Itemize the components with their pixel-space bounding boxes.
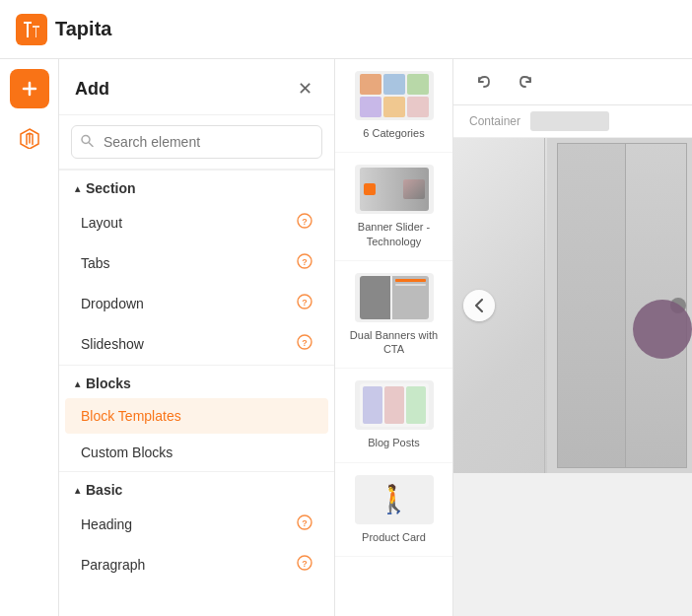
- magento-button[interactable]: [10, 118, 49, 158]
- block-templates-label: Block Templates: [81, 408, 181, 424]
- canvas-toolbar: [453, 59, 692, 105]
- svg-text:?: ?: [302, 298, 308, 308]
- add-panel-button[interactable]: [10, 69, 49, 108]
- top-bar: Tapita: [0, 0, 692, 59]
- heading-help-icon[interactable]: ?: [297, 514, 312, 534]
- canvas-area: Container: [453, 59, 692, 616]
- layout-help-icon[interactable]: ?: [297, 213, 312, 233]
- six-categories-thumb: [355, 71, 434, 120]
- svg-text:?: ?: [302, 518, 308, 528]
- template-blog-posts[interactable]: Blog Posts: [335, 369, 452, 462]
- paragraph-label: Paragraph: [81, 557, 145, 573]
- add-panel: Add ✕ ▴ Section: [59, 59, 335, 616]
- six-categories-label: 6 Categories: [363, 126, 424, 140]
- sidebar-item-tabs[interactable]: Tabs ?: [65, 243, 328, 283]
- svg-text:?: ?: [302, 257, 308, 267]
- svg-text:?: ?: [302, 338, 308, 348]
- container-placeholder: [530, 111, 609, 131]
- vertical-line: [544, 138, 545, 473]
- magento-icon: [19, 127, 40, 149]
- blog-posts-label: Blog Posts: [368, 436, 420, 449]
- chevron-left-icon: [474, 299, 484, 312]
- main-layout: Add ✕ ▴ Section: [0, 59, 692, 616]
- section-group-label: Section: [86, 180, 136, 196]
- section-arrow-icon: ▴: [75, 183, 80, 194]
- blocks-arrow-icon: ▴: [75, 378, 80, 389]
- basic-arrow-icon: ▴: [75, 485, 80, 496]
- panel-title: Add: [75, 79, 109, 100]
- close-icon: ✕: [298, 78, 312, 100]
- template-banner-slider[interactable]: Banner Slider - Technology: [335, 153, 452, 261]
- blog-posts-thumb: [355, 380, 434, 430]
- close-panel-button[interactable]: ✕: [291, 75, 318, 103]
- template-six-categories[interactable]: 6 Categories: [335, 59, 452, 153]
- dual-banners-label: Dual Banners with CTA: [343, 328, 445, 357]
- carousel-prev-button[interactable]: [463, 290, 495, 321]
- redo-button[interactable]: [511, 67, 540, 97]
- heading-label: Heading: [81, 516, 132, 532]
- dual-banners-thumb: [355, 273, 434, 322]
- tabs-label: Tabs: [81, 255, 110, 271]
- search-input[interactable]: [71, 125, 322, 159]
- template-product-card[interactable]: 🚶 Product Card: [335, 463, 452, 557]
- product-card-label: Product Card: [362, 530, 426, 544]
- icon-bar: [0, 59, 59, 616]
- sidebar-item-custom-blocks[interactable]: Custom Blocks: [65, 435, 328, 470]
- paragraph-help-icon[interactable]: ?: [297, 555, 312, 575]
- svg-text:?: ?: [302, 559, 308, 569]
- undo-icon: [476, 74, 492, 90]
- dropdown-label: Dropdown: [81, 296, 144, 311]
- svg-text:?: ?: [302, 217, 308, 227]
- blocks-group-label: Blocks: [86, 376, 131, 391]
- container-label-bar: Container: [453, 105, 692, 138]
- section-group-header[interactable]: ▴ Section: [59, 170, 334, 202]
- container-text-label: Container: [469, 114, 520, 128]
- canvas-image: [453, 138, 692, 473]
- product-card-figure: 🚶: [377, 486, 411, 513]
- basic-group-label: Basic: [86, 482, 122, 498]
- basic-group-header[interactable]: ▴ Basic: [59, 471, 334, 504]
- search-input-container: [71, 125, 322, 159]
- slideshow-help-icon[interactable]: ?: [297, 334, 312, 354]
- tapita-logo-icon: [16, 14, 47, 45]
- dropdown-help-icon[interactable]: ?: [297, 294, 312, 313]
- templates-panel: 6 Categories Banner Slider - Technology: [335, 59, 453, 616]
- sidebar-item-block-templates[interactable]: Block Templates: [65, 398, 328, 434]
- logo-area: Tapita: [16, 14, 111, 45]
- sidebar-item-paragraph[interactable]: Paragraph ?: [65, 545, 328, 584]
- banner-slider-thumb: [355, 165, 434, 214]
- sidebar-item-dropdown[interactable]: Dropdown ?: [65, 284, 328, 323]
- search-wrapper: [59, 115, 334, 170]
- layout-label: Layout: [81, 215, 122, 231]
- slideshow-label: Slideshow: [81, 336, 144, 352]
- custom-blocks-label: Custom Blocks: [81, 445, 173, 460]
- sidebar-item-heading[interactable]: Heading ?: [65, 505, 328, 544]
- template-dual-banners[interactable]: Dual Banners with CTA: [335, 261, 452, 370]
- tabs-help-icon[interactable]: ?: [297, 253, 312, 273]
- undo-button[interactable]: [469, 67, 499, 97]
- content-area: 6 Categories Banner Slider - Technology: [335, 59, 692, 616]
- plus-icon: [21, 80, 38, 98]
- purple-circle-decoration: [633, 300, 692, 359]
- sidebar-item-slideshow[interactable]: Slideshow ?: [65, 324, 328, 364]
- blocks-group-header[interactable]: ▴ Blocks: [59, 365, 334, 397]
- panel-header: Add ✕: [59, 59, 334, 115]
- panel-scroll: ▴ Section Layout ? Tabs ?: [59, 170, 334, 616]
- svg-rect-0: [16, 14, 47, 45]
- app-title: Tapita: [55, 18, 111, 40]
- product-card-thumb: 🚶: [355, 475, 434, 524]
- door-panel-left: [557, 143, 627, 468]
- banner-slider-label: Banner Slider - Technology: [343, 220, 445, 248]
- sidebar-item-layout[interactable]: Layout ?: [65, 203, 328, 242]
- redo-icon: [518, 74, 533, 90]
